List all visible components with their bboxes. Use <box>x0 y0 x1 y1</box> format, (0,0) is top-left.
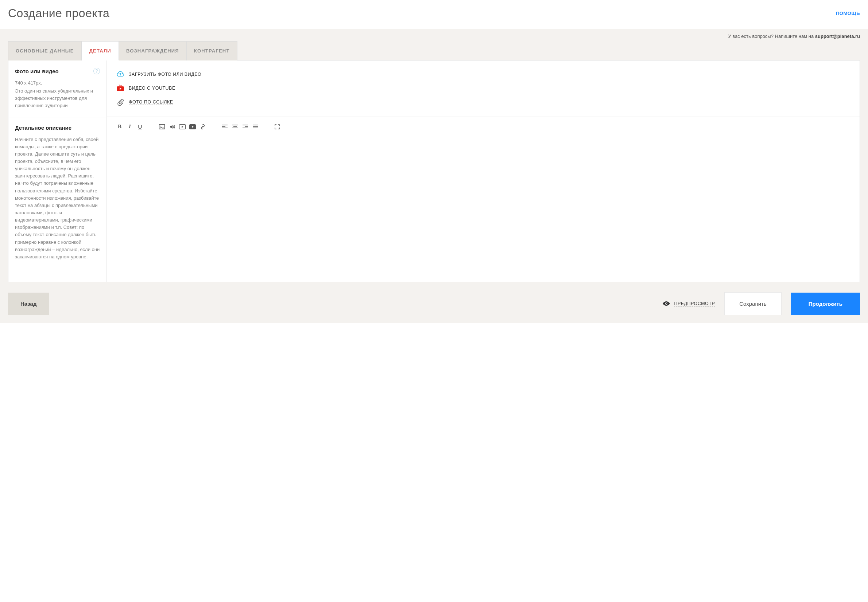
align-center-icon[interactable] <box>232 124 238 130</box>
youtube-embed-icon[interactable] <box>189 124 196 130</box>
help-icon[interactable]: ? <box>93 68 100 74</box>
description-sidebar: Детальное описание Начните с представлен… <box>8 117 107 282</box>
help-link[interactable]: ПОМОЩЬ <box>836 11 860 16</box>
tab-basic-data[interactable]: ОСНОВНЫЕ ДАННЫЕ <box>8 41 82 60</box>
svg-point-7 <box>666 303 667 304</box>
media-dimensions: 740 x 417px. <box>15 80 100 87</box>
save-button[interactable]: Сохранить <box>724 292 782 315</box>
media-description: Это один из самых убедительных и эффекти… <box>15 88 100 109</box>
back-button[interactable]: Назад <box>8 293 49 315</box>
svg-text:You: You <box>119 84 122 86</box>
audio-icon[interactable] <box>169 124 175 130</box>
editor-toolbar: B I U <box>116 121 850 132</box>
upload-options: ЗАГРУЗИТЬ ФОТО ИЛИ ВИДЕО You ВИДЕО С YOU… <box>107 60 860 117</box>
attachment-icon <box>116 98 125 106</box>
support-text: У вас есть вопросы? Напишите нам на supp… <box>8 29 860 41</box>
upload-photo-video[interactable]: ЗАГРУЗИТЬ ФОТО ИЛИ ВИДЕО <box>116 71 850 78</box>
preview-link[interactable]: ПРЕДПРОСМОТР <box>662 301 715 306</box>
link-icon[interactable] <box>200 124 206 130</box>
main-panel: Фото или видео ? 740 x 417px. Это один и… <box>8 60 860 282</box>
fullscreen-icon[interactable] <box>274 124 280 130</box>
description-title: Детальное описание <box>15 124 71 131</box>
media-title: Фото или видео <box>15 68 59 74</box>
video-icon[interactable] <box>179 124 186 130</box>
align-right-icon[interactable] <box>242 124 248 130</box>
footer-actions: Назад ПРЕДПРОСМОТР Сохранить Продолжить <box>8 292 860 315</box>
page-title: Создание проекта <box>8 6 109 20</box>
tab-rewards[interactable]: ВОЗНАГРАЖДЕНИЯ <box>119 41 187 60</box>
svg-point-3 <box>160 125 162 126</box>
upload-by-link[interactable]: ФОТО ПО ССЫЛКЕ <box>116 98 850 106</box>
editor-area: B I U <box>107 117 860 282</box>
underline-button[interactable]: U <box>137 124 143 130</box>
continue-button[interactable]: Продолжить <box>791 293 860 315</box>
upload-youtube[interactable]: You ВИДЕО С YOUTUBE <box>116 84 850 92</box>
youtube-icon: You <box>116 84 125 92</box>
upload-youtube-label: ВИДЕО С YOUTUBE <box>129 86 175 91</box>
align-justify-icon[interactable] <box>252 124 259 130</box>
italic-button[interactable]: I <box>126 124 133 130</box>
image-icon[interactable] <box>159 124 165 130</box>
bold-button[interactable]: B <box>116 124 123 130</box>
description-editor[interactable] <box>107 136 860 282</box>
description-help-text: Начните с представления себя, своей кома… <box>15 136 100 261</box>
upload-by-link-label: ФОТО ПО ССЫЛКЕ <box>129 100 173 105</box>
cloud-upload-icon <box>116 71 125 78</box>
align-left-icon[interactable] <box>222 124 228 130</box>
tabs-bar: ОСНОВНЫЕ ДАННЫЕ ДЕТАЛИ ВОЗНАГРАЖДЕНИЯ КО… <box>8 41 860 60</box>
media-sidebar: Фото или видео ? 740 x 417px. Это один и… <box>8 60 107 117</box>
eye-icon <box>662 301 670 306</box>
upload-photo-video-label: ЗАГРУЗИТЬ ФОТО ИЛИ ВИДЕО <box>129 72 201 77</box>
support-email[interactable]: support@planeta.ru <box>815 34 860 39</box>
support-prefix: У вас есть вопросы? Напишите нам на <box>728 34 815 39</box>
tab-details[interactable]: ДЕТАЛИ <box>82 41 119 60</box>
tab-counterparty[interactable]: КОНТРАГЕНТ <box>187 41 237 60</box>
preview-label: ПРЕДПРОСМОТР <box>674 301 715 306</box>
page-header: Создание проекта ПОМОЩЬ <box>0 0 868 29</box>
